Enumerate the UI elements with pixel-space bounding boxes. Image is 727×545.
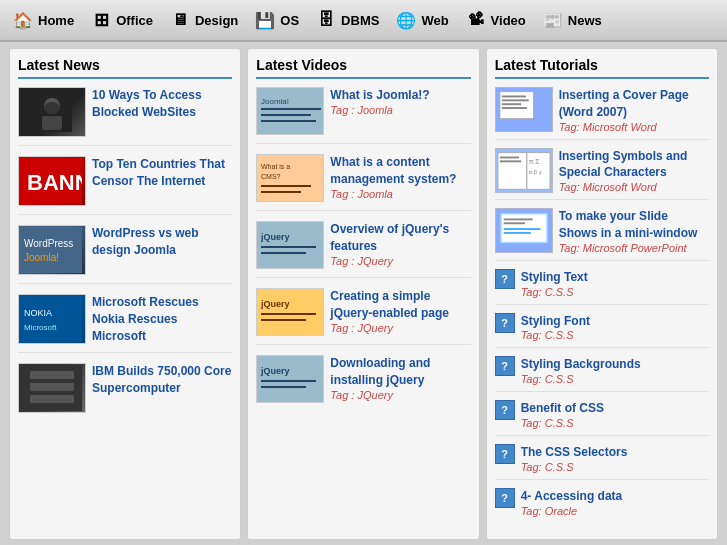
news-text-2[interactable]: Top Ten Countries That Censor The Intern…: [92, 156, 232, 190]
tut-title-6[interactable]: Styling Backgrounds: [521, 356, 641, 373]
nav-dbms[interactable]: 🗄 DBMS: [307, 5, 387, 35]
tut-info-2: Inserting Symbols and Special Characters…: [559, 148, 709, 194]
svg-rect-24: [261, 185, 311, 187]
svg-rect-43: [501, 107, 526, 109]
nav-office[interactable]: ⊞ Office: [82, 5, 161, 35]
list-item: ? Styling Font Tag: C.S.S: [495, 313, 709, 349]
svg-text:WordPress: WordPress: [24, 238, 73, 249]
list-item: ? 4- Accessing data Tag: Oracle: [495, 488, 709, 523]
tut-title-9[interactable]: 4- Accessing data: [521, 488, 623, 505]
svg-rect-40: [501, 96, 525, 98]
tut-tag-6: Tag: C.S.S: [521, 373, 641, 385]
main-content: Latest News 10 Ways To Access Blocked We…: [0, 42, 727, 545]
video-title-2[interactable]: What is a content management system?: [330, 154, 470, 188]
video-info-5: Downloading and installing jQuery Tag : …: [330, 355, 470, 401]
web-icon: 🌐: [395, 9, 417, 31]
nav-video[interactable]: 📽 Video: [457, 5, 534, 35]
list-item: ? The CSS Selectors Tag: C.S.S: [495, 444, 709, 480]
svg-rect-2: [42, 116, 62, 130]
video-title-3[interactable]: Overview of jQuery's features: [330, 221, 470, 255]
office-icon: ⊞: [90, 9, 112, 31]
svg-rect-30: [257, 289, 324, 336]
video-thumb-4: jQuery: [256, 288, 324, 336]
os-icon: 💾: [254, 9, 276, 31]
video-tag-2: Tag : Joomla: [330, 188, 470, 200]
tut-title-7[interactable]: Benefit of CSS: [521, 400, 604, 417]
tut-title-2[interactable]: Inserting Symbols and Special Characters: [559, 148, 709, 182]
tut-thumb-2: π Σα β γ: [495, 148, 553, 193]
tut-info-3: To make your Slide Shows in a mini-windo…: [559, 208, 709, 254]
video-title-1[interactable]: What is Joomla!?: [330, 87, 429, 104]
video-thumb-2: What is aCMS?: [256, 154, 324, 202]
nav-dbms-label: DBMS: [341, 13, 379, 28]
svg-rect-16: [257, 88, 324, 135]
video-title-5[interactable]: Downloading and installing jQuery: [330, 355, 470, 389]
tut-icon-5: ?: [495, 313, 515, 333]
list-item: BANNED Top Ten Countries That Censor The…: [18, 156, 232, 215]
svg-text:Joomla!: Joomla!: [261, 97, 289, 106]
svg-text:Joomla!: Joomla!: [24, 252, 59, 263]
video-tag-5: Tag : JQuery: [330, 389, 470, 401]
nav-os-label: OS: [280, 13, 299, 28]
nav-news[interactable]: 📰 News: [534, 5, 610, 35]
nav-video-label: Video: [491, 13, 526, 28]
news-column: Latest News 10 Ways To Access Blocked We…: [9, 48, 241, 540]
svg-rect-20: [261, 120, 316, 122]
list-item: 10 Ways To Access Blocked WebSites: [18, 87, 232, 146]
svg-text:BANNED: BANNED: [27, 170, 82, 195]
tut-info-6: Styling Backgrounds Tag: C.S.S: [521, 356, 641, 385]
news-title: Latest News: [18, 57, 232, 79]
video-tag-1: Tag : Joomla: [330, 104, 429, 116]
list-item: ? Styling Text Tag: C.S.S: [495, 269, 709, 305]
tut-tag-4: Tag: C.S.S: [521, 286, 588, 298]
news-thumb-4: NOKIAMicrosoft: [18, 294, 86, 344]
news-text-4[interactable]: Microsoft Rescues Nokia Rescues Microsof…: [92, 294, 232, 344]
dbms-icon: 🗄: [315, 9, 337, 31]
nav-os[interactable]: 💾 OS: [246, 5, 307, 35]
tut-icon-9: ?: [495, 488, 515, 508]
svg-rect-28: [261, 246, 316, 248]
tut-title-3[interactable]: To make your Slide Shows in a mini-windo…: [559, 208, 709, 242]
tut-tag-9: Tag: Oracle: [521, 505, 623, 517]
svg-text:CMS?: CMS?: [261, 173, 281, 180]
svg-rect-34: [257, 356, 324, 403]
nav-web-label: Web: [421, 13, 448, 28]
video-title-4[interactable]: Creating a simple jQuery-enabled page: [330, 288, 470, 322]
tut-title-4[interactable]: Styling Text: [521, 269, 588, 286]
tut-title-8[interactable]: The CSS Selectors: [521, 444, 628, 461]
svg-text:Microsoft: Microsoft: [24, 323, 57, 332]
list-item: jQuery Downloading and installing jQuery…: [256, 355, 470, 411]
tut-title-5[interactable]: Styling Font: [521, 313, 590, 330]
svg-rect-6: [22, 227, 82, 273]
video-thumb-1: Joomla!: [256, 87, 324, 135]
nav-home[interactable]: 🏠 Home: [4, 5, 82, 35]
list-item: Joomla! What is Joomla!? Tag : Joomla: [256, 87, 470, 144]
list-item: IBM Builds 750,000 Core Supercomputer: [18, 363, 232, 421]
svg-rect-9: [22, 296, 82, 342]
tutorials-column: Latest Tutorials Inserting a Cover Page …: [486, 48, 718, 540]
tut-tag-3: Tag: Microsoft PowerPoint: [559, 242, 709, 254]
nav-office-label: Office: [116, 13, 153, 28]
tut-info-8: The CSS Selectors Tag: C.S.S: [521, 444, 628, 473]
nav-design-label: Design: [195, 13, 238, 28]
tut-tag-1: Tag: Microsoft Word: [559, 121, 709, 133]
video-tag-3: Tag : JQuery: [330, 255, 470, 267]
svg-rect-42: [501, 103, 520, 105]
svg-rect-41: [501, 99, 528, 101]
news-text-1[interactable]: 10 Ways To Access Blocked WebSites: [92, 87, 232, 121]
svg-rect-3: [44, 102, 60, 114]
tut-title-1[interactable]: Inserting a Cover Page (Word 2007): [559, 87, 709, 121]
news-text-5[interactable]: IBM Builds 750,000 Core Supercomputer: [92, 363, 232, 397]
nav-web[interactable]: 🌐 Web: [387, 5, 456, 35]
video-thumb-5: jQuery: [256, 355, 324, 403]
navbar: 🏠 Home ⊞ Office 🖥 Design 💾 OS 🗄 DBMS 🌐 W…: [0, 0, 727, 42]
svg-rect-13: [30, 371, 74, 379]
svg-text:What is a: What is a: [261, 163, 290, 170]
news-thumb-2: BANNED: [18, 156, 86, 206]
svg-rect-33: [261, 319, 306, 321]
tut-tag-7: Tag: C.S.S: [521, 417, 604, 429]
nav-design[interactable]: 🖥 Design: [161, 5, 246, 35]
news-text-3[interactable]: WordPress vs web design Joomla: [92, 225, 232, 259]
videos-title: Latest Videos: [256, 57, 470, 79]
tut-info-7: Benefit of CSS Tag: C.S.S: [521, 400, 604, 429]
